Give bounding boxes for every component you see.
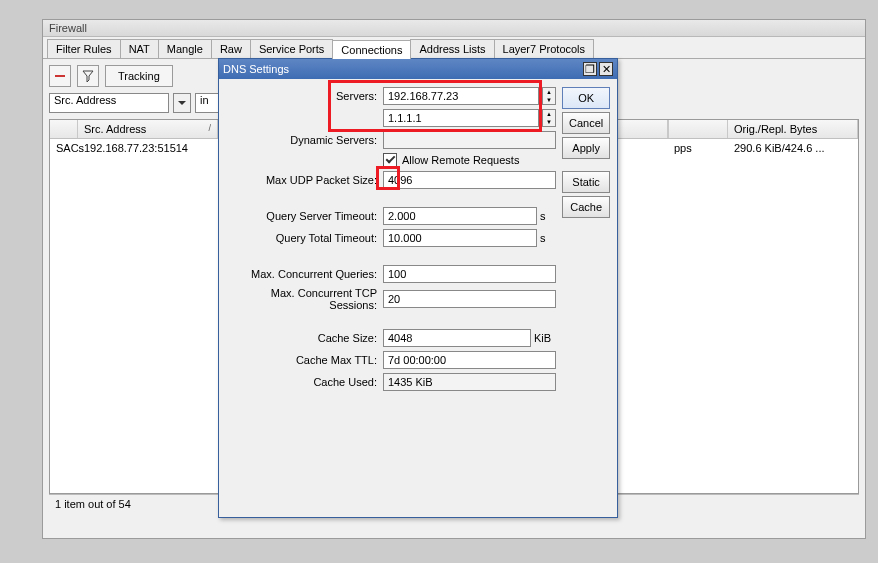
label-max-concurrent-queries: Max. Concurrent Queries:: [227, 268, 377, 280]
col-rate[interactable]: [668, 120, 728, 138]
filter-op-select[interactable]: in: [195, 93, 219, 113]
cell-rate: pps: [668, 139, 728, 157]
label-cache-used: Cache Used:: [227, 376, 377, 388]
cache-used-field: [383, 373, 556, 391]
apply-button[interactable]: Apply: [562, 137, 610, 159]
servers-1-spinner[interactable]: ▲▼: [542, 87, 556, 105]
servers-input-1[interactable]: [383, 87, 539, 105]
cell-bytes: 290.6 KiB/424.6 ...: [728, 139, 858, 157]
svg-rect-0: [55, 75, 65, 77]
cache-size-input[interactable]: [383, 329, 531, 347]
unit-kib: KiB: [534, 332, 556, 344]
cell-src-address: 192.168.77.23:51514: [78, 139, 218, 157]
tab-layer7-protocols[interactable]: Layer7 Protocols: [494, 39, 595, 58]
sort-asc-icon: /: [208, 123, 211, 133]
label-query-server-timeout: Query Server Timeout:: [227, 210, 377, 222]
close-button[interactable]: ✕: [599, 62, 613, 76]
allow-remote-requests-checkbox[interactable]: [383, 153, 397, 167]
filter-field-select[interactable]: Src. Address: [49, 93, 169, 113]
restore-icon: ❐: [585, 63, 595, 76]
col-flag[interactable]: [50, 120, 78, 138]
dns-form: Servers: ▲▼ ▲▼ Dynamic Servers:: [227, 87, 556, 391]
close-icon: ✕: [602, 63, 611, 76]
max-udp-input[interactable]: [383, 171, 556, 189]
tab-mangle[interactable]: Mangle: [158, 39, 212, 58]
dns-title-text: DNS Settings: [223, 63, 289, 75]
label-query-total-timeout: Query Total Timeout:: [227, 232, 377, 244]
label-servers: Servers:: [227, 90, 377, 102]
label-max-concurrent-tcp: Max. Concurrent TCP Sessions:: [227, 287, 377, 311]
label-cache-size: Cache Size:: [227, 332, 377, 344]
servers-input-2[interactable]: [383, 109, 539, 127]
col-bytes[interactable]: Orig./Repl. Bytes: [728, 120, 858, 138]
tab-service-ports[interactable]: Service Ports: [250, 39, 333, 58]
tab-nat[interactable]: NAT: [120, 39, 159, 58]
dns-side-buttons: OK Cancel Apply Static Cache: [562, 87, 610, 391]
label-dynamic-servers: Dynamic Servers:: [227, 134, 377, 146]
label-max-udp: Max UDP Packet Size:: [227, 174, 377, 186]
query-server-timeout-input[interactable]: [383, 207, 537, 225]
firewall-title: Firewall: [43, 20, 865, 37]
col-src-address[interactable]: Src. Address/: [78, 120, 218, 138]
dns-titlebar[interactable]: DNS Settings ❐ ✕: [219, 59, 617, 79]
filter-button[interactable]: [77, 65, 99, 87]
cache-max-ttl-input[interactable]: [383, 351, 556, 369]
tab-address-lists[interactable]: Address Lists: [410, 39, 494, 58]
label-cache-max-ttl: Cache Max TTL:: [227, 354, 377, 366]
funnel-icon: [82, 70, 94, 82]
query-total-timeout-input[interactable]: [383, 229, 537, 247]
check-icon: [385, 154, 395, 164]
chevron-down-icon: [176, 97, 188, 109]
cancel-button[interactable]: Cancel: [562, 112, 610, 134]
dns-settings-dialog: DNS Settings ❐ ✕ Servers: ▲▼ ▲▼: [218, 58, 618, 518]
cell-flag: SACs: [50, 139, 78, 157]
dynamic-servers-field: [383, 131, 556, 149]
static-button[interactable]: Static: [562, 171, 610, 193]
max-concurrent-queries-input[interactable]: [383, 265, 556, 283]
tab-raw[interactable]: Raw: [211, 39, 251, 58]
cache-button[interactable]: Cache: [562, 196, 610, 218]
filter-field-dropdown[interactable]: [173, 93, 191, 113]
remove-button[interactable]: [49, 65, 71, 87]
tab-connections[interactable]: Connections: [332, 40, 411, 59]
label-allow-remote: Allow Remote Requests: [402, 154, 519, 166]
max-concurrent-tcp-input[interactable]: [383, 290, 556, 308]
tracking-button[interactable]: Tracking: [105, 65, 173, 87]
ok-button[interactable]: OK: [562, 87, 610, 109]
minus-icon: [54, 70, 66, 82]
unit-s-2: s: [540, 232, 556, 244]
servers-2-spinner[interactable]: ▲▼: [542, 109, 556, 127]
tab-filter-rules[interactable]: Filter Rules: [47, 39, 121, 58]
restore-button[interactable]: ❐: [583, 62, 597, 76]
unit-s-1: s: [540, 210, 556, 222]
firewall-tabs: Filter Rules NAT Mangle Raw Service Port…: [43, 37, 865, 59]
